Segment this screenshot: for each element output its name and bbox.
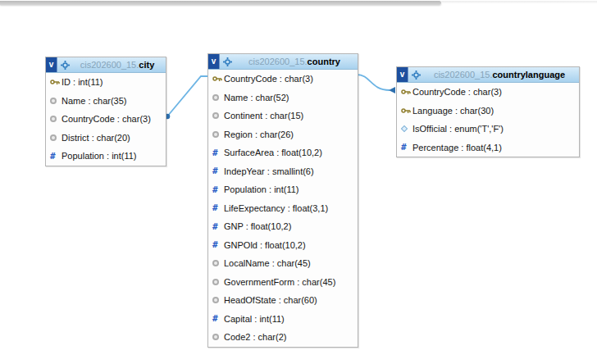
field-label: Language : char(30) — [412, 106, 494, 116]
field-label: Capital : int(11) — [224, 314, 285, 324]
options-gear-icon[interactable] — [412, 71, 421, 80]
field-label: GNPOld : float(10,2) — [224, 240, 306, 250]
numeric-field-icon: # — [50, 152, 62, 161]
numeric-field-icon: # — [212, 203, 224, 212]
field-label: Code2 : char(2) — [224, 332, 286, 342]
field-label: IsOfficial : enum('T','F') — [412, 124, 504, 134]
table-title: cis202600_15.city — [72, 57, 166, 72]
schema-prefix: cis202600_15. — [80, 60, 139, 70]
field-label: Name : char(52) — [224, 93, 289, 102]
table-row[interactable]: #Population : int(11) — [208, 180, 358, 199]
text-field-icon — [50, 116, 62, 122]
numeric-field-icon: # — [212, 314, 224, 323]
table-row[interactable]: #Percentage : float(4,1) — [397, 139, 579, 157]
table-row[interactable]: Language : char(30) — [397, 102, 579, 121]
text-field-icon — [212, 260, 224, 266]
table-row[interactable]: ID : int(11) — [46, 73, 166, 92]
table-country[interactable]: vcis202600_15.countryCountryCode : char(… — [207, 53, 358, 348]
numeric-field-icon: # — [212, 166, 224, 175]
numeric-field-icon: # — [212, 222, 224, 231]
connector-line-country-to-countrylanguage-countrycode — [357, 75, 390, 90]
key-icon — [50, 79, 62, 85]
field-label: SurfaceArea : float(10,2) — [224, 148, 322, 157]
field-label: CountryCode : char(3) — [412, 87, 502, 97]
table-row[interactable]: CountryCode : char(3) — [46, 110, 166, 129]
key-icon — [212, 75, 224, 82]
table-row[interactable]: HeadOfState : char(60) — [208, 291, 358, 310]
field-list: CountryCode : char(3)Language : char(30)… — [397, 83, 579, 157]
text-field-icon — [212, 112, 224, 119]
table-row[interactable]: #GNPOld : float(10,2) — [208, 236, 358, 255]
table-row[interactable]: #Capital : int(11) — [208, 310, 358, 329]
table-row[interactable]: CountryCode : char(3) — [397, 83, 579, 102]
table-countrylanguage[interactable]: vcis202600_15.countrylanguageCountryCode… — [396, 66, 580, 157]
connector-arrow-icon — [389, 87, 395, 93]
enum-field-icon — [401, 126, 412, 131]
table-name: country — [308, 57, 340, 66]
numeric-field-icon: # — [401, 143, 412, 152]
top-divider-bar-faint — [441, 1, 597, 3]
table-city[interactable]: vcis202600_15.cityID : int(11)Name : cha… — [45, 57, 166, 166]
field-label: LifeExpectancy : float(3,1) — [224, 203, 328, 213]
text-field-icon — [212, 279, 224, 285]
field-label: Region : char(26) — [224, 130, 294, 139]
table-row[interactable]: Continent : char(15) — [208, 107, 358, 125]
field-label: IndepYear : smallint(6) — [224, 166, 314, 176]
table-row[interactable]: Name : char(52) — [208, 89, 358, 107]
field-label: GNP : float(10,2) — [224, 221, 291, 231]
text-field-icon — [50, 98, 62, 104]
table-row[interactable]: IsOfficial : enum('T','F') — [397, 120, 579, 139]
field-label: Population : int(11) — [62, 151, 137, 161]
numeric-field-icon: # — [212, 240, 224, 249]
table-row[interactable]: #GNP : float(10,2) — [208, 217, 358, 236]
table-header-country[interactable]: vcis202600_15.country — [208, 54, 358, 70]
field-list: CountryCode : char(3)Name : char(52)Cont… — [208, 70, 358, 347]
table-row[interactable]: Code2 : char(2) — [208, 328, 358, 347]
numeric-field-icon: # — [212, 148, 224, 157]
numeric-field-icon: # — [212, 185, 224, 194]
field-label: LocalName : char(45) — [224, 258, 311, 268]
top-divider-bar — [0, 1, 441, 5]
table-row[interactable]: CountryCode : char(3) — [208, 70, 358, 89]
text-field-icon — [212, 94, 224, 101]
field-label: Population : int(11) — [224, 184, 299, 194]
collapse-v-icon[interactable]: v — [208, 54, 220, 69]
key-icon — [401, 89, 412, 95]
text-field-icon — [50, 134, 62, 141]
field-list: ID : int(11)Name : char(35)CountryCode :… — [46, 73, 166, 166]
table-row[interactable]: #LifeExpectancy : float(3,1) — [208, 199, 358, 218]
table-row[interactable]: #IndepYear : smallint(6) — [208, 162, 358, 181]
table-row[interactable]: Name : char(35) — [46, 92, 166, 111]
collapse-v-icon[interactable]: v — [397, 67, 408, 82]
table-row[interactable]: District : char(20) — [46, 129, 166, 148]
table-header-city[interactable]: vcis202600_15.city — [46, 57, 166, 73]
table-row[interactable]: GovernmentForm : char(45) — [208, 273, 358, 292]
table-title: cis202600_15.country — [235, 54, 358, 69]
text-field-icon — [212, 297, 224, 303]
table-name: city — [139, 60, 154, 70]
table-row[interactable]: Region : char(26) — [208, 125, 358, 144]
table-header-countrylanguage[interactable]: vcis202600_15.countrylanguage — [397, 67, 579, 83]
options-gear-icon[interactable] — [223, 57, 232, 66]
table-row[interactable]: #SurfaceArea : float(10,2) — [208, 143, 358, 162]
schema-prefix: cis202600_15. — [434, 70, 493, 80]
field-label: Percentage : float(4,1) — [412, 143, 502, 152]
field-label: CountryCode : char(3) — [62, 114, 151, 124]
text-field-icon — [212, 131, 224, 138]
field-label: District : char(20) — [62, 133, 130, 143]
table-title: cis202600_15.countrylanguage — [423, 67, 579, 82]
text-field-icon — [212, 334, 224, 340]
table-name: countrylanguage — [492, 70, 565, 80]
collapse-v-icon[interactable]: v — [46, 57, 57, 72]
table-row[interactable]: LocalName : char(45) — [208, 254, 358, 273]
key-icon — [401, 107, 412, 114]
field-label: HeadOfState : char(60) — [224, 295, 317, 305]
field-label: Name : char(35) — [62, 96, 126, 106]
field-label: Continent : char(15) — [224, 111, 303, 121]
field-label: GovernmentForm : char(45) — [224, 277, 335, 287]
connector-line-city-countrycode-to-country — [167, 76, 207, 116]
field-label: ID : int(11) — [62, 77, 103, 87]
schema-prefix: cis202600_15. — [248, 57, 308, 66]
table-row[interactable]: #Population : int(11) — [46, 147, 166, 166]
options-gear-icon[interactable] — [61, 61, 70, 70]
